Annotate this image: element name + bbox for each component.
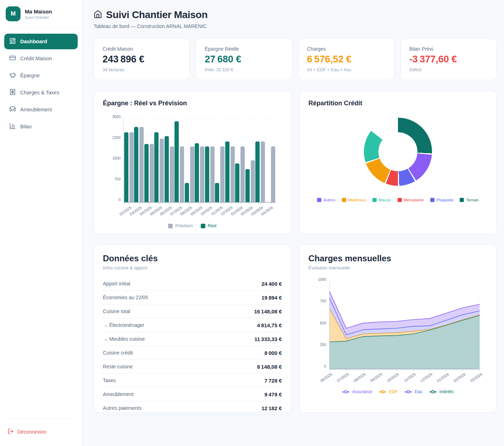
x-axis-tick — [363, 369, 363, 371]
sidebar-item-label: Ameublement — [20, 107, 52, 112]
sidebar-item-epargne[interactable]: Épargne — [4, 68, 78, 83]
legend-item-menuiserie[interactable]: Menuiserie — [398, 198, 424, 202]
sidebar-item-ameublement[interactable]: Ameublement — [4, 102, 78, 117]
row-value: 8 000 € — [265, 350, 282, 356]
table-row: → Meubles cuisine11 333,33 € — [103, 332, 282, 346]
charges-chart-card: Charges mensuelles Évolution mensuelle 0… — [299, 245, 497, 413]
legend-swatch — [398, 198, 402, 202]
bar-prévision — [231, 146, 235, 202]
legend-label: Plaquiste — [437, 198, 453, 202]
row-label: Apport initial — [103, 281, 130, 286]
sidebar-item-credit-maison[interactable]: Crédit Maison — [4, 51, 78, 66]
x-axis-tick — [480, 369, 480, 371]
x-axis-tick — [149, 203, 149, 205]
charges-chart-title: Charges mensuelles — [309, 253, 488, 263]
bar-réel — [124, 132, 128, 202]
x-axis-tick — [250, 203, 250, 205]
legend-swatch — [168, 224, 173, 228]
stat-label: Épargne Réelle — [205, 46, 283, 52]
bar-prévision — [271, 146, 275, 202]
legend-label: Assurance — [352, 389, 372, 394]
bar-réel — [154, 132, 159, 202]
row-value: 12 182 € — [261, 405, 282, 411]
legend-item-terrain[interactable]: Terrain — [460, 198, 478, 202]
y-axis-label: 3000 — [112, 115, 121, 119]
bar-group-08/2025 — [184, 119, 195, 202]
row-value: 11 333,33 € — [254, 336, 282, 342]
legend-item-maçon[interactable]: Maçon — [372, 198, 391, 202]
key-data-table: Apport initial24 400 €Économies au 22/05… — [103, 277, 282, 415]
piggy-bank-icon — [9, 72, 16, 79]
charges-area-plot: 0250500750100006/202507/202508/202509/20… — [329, 282, 480, 369]
sidebar-bottom: Déconnexion — [4, 418, 78, 437]
stat-card: Épargne Réelle27 680 €Prév: 31 320 € — [196, 38, 292, 80]
charges-area-legend: AssuranceEDFEauIntérêts — [309, 389, 488, 394]
table-row: Autres paiements12 182 € — [103, 401, 282, 415]
legend-label: Maçon — [379, 198, 391, 202]
dashboard-icon — [9, 38, 16, 45]
bar-group-11/2025 — [215, 119, 225, 202]
sidebar-item-label: Dashboard — [20, 39, 47, 44]
x-axis-tick — [329, 369, 330, 371]
bar-group-04/2025 — [144, 119, 154, 202]
legend-item-eau[interactable]: Eau — [405, 389, 422, 394]
legend-item-prévision[interactable]: Prévision — [168, 223, 193, 228]
legend-item-autres[interactable]: Autres — [317, 198, 335, 202]
y-axis-label: 500 — [320, 321, 326, 325]
legend-label: Terrain — [466, 198, 478, 202]
row-label: Ameublement — [103, 391, 133, 397]
app-brand: M Ma Maison Suivi Chantier — [4, 6, 78, 28]
stat-sub: Déficit — [409, 67, 488, 72]
bar-réel — [245, 169, 250, 202]
bar-réel — [165, 136, 169, 202]
sidebar: M Ma Maison Suivi Chantier DashboardCréd… — [0, 0, 82, 446]
row-label: → Meubles cuisine — [103, 336, 145, 342]
bar-réel — [235, 163, 239, 202]
row-value: 7 728 € — [265, 378, 282, 384]
row-value: 19 894 € — [261, 295, 282, 301]
app-logo: M — [6, 6, 21, 21]
x-axis-tick — [260, 203, 261, 205]
bar-group-02/2026 — [245, 119, 255, 202]
legend-swatch — [372, 198, 377, 202]
epargne-bar-plot: 075015002250300002/202503/202504/202505/… — [123, 119, 276, 203]
legend-item-réel[interactable]: Réel — [201, 223, 217, 228]
stat-value: 243 896 € — [103, 54, 181, 65]
bar-prévision — [150, 144, 154, 202]
x-axis-tick — [413, 369, 413, 371]
legend-item-edf[interactable]: EDF — [379, 389, 398, 394]
sidebar-item-dashboard[interactable]: Dashboard — [4, 34, 78, 49]
legend-item-matériaux[interactable]: Matériaux — [342, 198, 366, 202]
bar-prévision — [220, 146, 225, 202]
sidebar-item-label: Épargne — [20, 73, 40, 78]
logout-button[interactable]: Déconnexion — [4, 426, 78, 437]
stat-sub: 34 factures — [103, 67, 181, 72]
credit-card-icon — [9, 55, 16, 62]
bottom-row: Données clés Infos cuisine & apport Appo… — [94, 245, 497, 413]
bar-group-05/2025 — [154, 119, 165, 202]
home-icon — [94, 10, 102, 20]
x-axis-tick — [463, 369, 463, 371]
app-subtitle: Suivi Chantier — [25, 15, 52, 19]
legend-label: EDF — [389, 389, 398, 394]
stat-sub: Prév: 31 320 € — [205, 67, 283, 72]
sidebar-nav: DashboardCrédit MaisonÉpargneCharges & T… — [4, 34, 78, 415]
legend-item-intérêts[interactable]: Intérêts — [430, 389, 454, 394]
credit-donut-zone: AutresMatériauxMaçonMenuiseriePlaquisteT… — [309, 107, 488, 202]
legend-label: Eau — [415, 389, 422, 394]
row-value: 8 148,08 € — [257, 364, 282, 370]
table-row: → Électroménager4 814,75 € — [103, 318, 282, 332]
main-content: Suivi Chantier Maison Tableau de bord — … — [82, 0, 504, 413]
bar-prévision — [251, 160, 255, 202]
bar-prévision — [190, 146, 194, 202]
row-value: 4 814,75 € — [257, 322, 282, 328]
x-axis-tick — [189, 203, 190, 205]
stat-label: Charges — [307, 46, 386, 52]
credit-donut-title: Répartition Crédit — [309, 100, 488, 107]
sidebar-item-bilan[interactable]: Bilan — [4, 119, 78, 134]
bar-prévision — [170, 146, 174, 202]
legend-item-assurance[interactable]: Assurance — [342, 389, 372, 394]
legend-item-plaquiste[interactable]: Plaquiste — [430, 198, 453, 202]
bar-réel — [134, 127, 138, 202]
sidebar-item-charges-taxes[interactable]: Charges & Taxes — [4, 85, 78, 100]
